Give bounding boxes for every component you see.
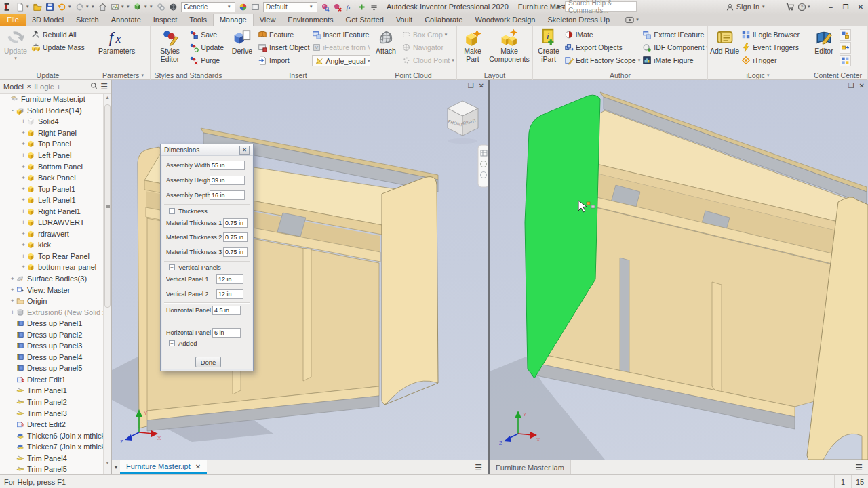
assembly-height-input[interactable] [210, 176, 245, 185]
scrollbar-thumb[interactable] [104, 104, 111, 308]
combo-caret-icon[interactable]: ▾ [228, 4, 233, 9]
help-icon[interactable]: ? [796, 1, 808, 12]
ribbon-tab-manage[interactable]: Manage [213, 14, 254, 26]
vertical-panel-1-input[interactable] [216, 274, 243, 284]
tree-item[interactable]: +Back Panel [0, 172, 103, 184]
qat-caret-icon[interactable]: ▾ [121, 4, 126, 9]
material-thickness-2-input[interactable] [223, 232, 248, 242]
qat-fx-small-icon[interactable]: fx [344, 1, 355, 12]
expander-icon[interactable]: + [9, 298, 16, 304]
ribbon-button-editor[interactable]: Editor [810, 27, 837, 55]
cc-library-button[interactable] [840, 55, 851, 66]
tree-item[interactable]: Dress up Panel2 [0, 329, 103, 340]
ribbon-tab-tools[interactable]: Tools [183, 14, 213, 26]
tree-item[interactable]: Trim Panel3 [0, 407, 103, 419]
ribbon-button-add-rule[interactable]: Add Rule [710, 27, 739, 55]
tab-list-caret-icon[interactable]: ▾ [112, 464, 120, 470]
tree-item[interactable]: +Right Panel1 [0, 205, 103, 217]
expander-icon[interactable]: + [9, 287, 16, 293]
dialog-title-bar[interactable]: Dimensions ✕ [161, 144, 253, 156]
ribbon-item-insert-object[interactable]: Insert Object [258, 42, 310, 52]
ribbon-item-import[interactable]: Import [258, 55, 310, 65]
tab-bar-menu-icon[interactable]: ☰ [855, 464, 863, 471]
ribbon-item-ifeature-from-vault[interactable]: ViFeature from Vault [312, 42, 370, 52]
ribbon-item-imate[interactable]: iMate [564, 29, 640, 39]
ribbon-item-angle-equal[interactable]: Angle_equal▾ [312, 55, 370, 66]
ribbon-item-edit-factory-scope[interactable]: Edit Factory Scope▾ [564, 55, 640, 65]
doc-tab-ipt[interactable]: Furniture Master.ipt ✕ [120, 460, 207, 474]
qat-open-file-icon[interactable] [32, 1, 43, 12]
tree-item[interactable]: +Top Panel [0, 138, 103, 150]
tab-close-icon[interactable]: ✕ [195, 463, 201, 470]
ribbon-tab-file[interactable]: File [0, 14, 26, 26]
ribbon-tab-view[interactable]: View [254, 14, 282, 26]
qat-caret-icon[interactable]: ▾ [26, 4, 31, 9]
minimize-button[interactable]: – [823, 1, 838, 13]
expander-icon[interactable]: + [20, 219, 27, 226]
expander-icon[interactable]: + [20, 208, 27, 215]
tree-item[interactable]: +Left Panel [0, 150, 103, 161]
right-viewport[interactable]: Y X Z ❐ ✕ [490, 80, 868, 460]
qat-caret-icon[interactable]: ▾ [127, 4, 132, 9]
tree-item[interactable]: +Left Panel1 [0, 195, 103, 206]
ribbon-item-rebuild-all[interactable]: Rebuild All [31, 29, 85, 39]
assembly-depth-input[interactable] [210, 190, 245, 200]
qat-combo[interactable]: Generic▾ [181, 2, 235, 12]
tree-item[interactable]: -Solid Bodies(14) [0, 105, 103, 117]
ribbon-tab-skeleton-dress-up[interactable]: Skeleton Dress Up [541, 14, 616, 26]
viewport-close-icon[interactable]: ✕ [479, 82, 484, 89]
ribbon-tab-woodwork-design[interactable]: Woodwork Design [469, 14, 541, 26]
qat-combo[interactable]: Default▾ [263, 2, 317, 12]
qat-caret-icon[interactable]: ▾ [86, 4, 91, 9]
panel-collapse-icon[interactable]: ▶ [557, 3, 561, 9]
ribbon-tab-annotate[interactable]: Annotate [105, 14, 147, 26]
ribbon-item-imate-figure[interactable]: iMate Figure [642, 55, 707, 65]
tree-item[interactable]: Trim Panel5 [0, 464, 103, 474]
tree-item[interactable]: +LDRAWVERT [0, 217, 103, 228]
qat-material-sphere-icon[interactable] [167, 1, 179, 12]
ribbon-item-export-objects[interactable]: Export Objects [564, 42, 640, 52]
material-thickness-1-input[interactable] [223, 218, 248, 228]
browser-tab-ilogic[interactable]: iLogic [35, 83, 54, 91]
close-button[interactable]: ✕ [853, 1, 868, 13]
expander-icon[interactable]: + [9, 275, 16, 282]
ribbon-item-cloud-point[interactable]: Cloud Point▾ [401, 55, 454, 65]
qat-ball-zoom-icon[interactable] [319, 1, 331, 12]
help-caret-icon[interactable]: ▾ [808, 4, 812, 9]
qat-appearance-box-icon[interactable] [250, 1, 261, 12]
ribbon-button-make-part[interactable]: Make Part [459, 27, 486, 63]
cart-icon[interactable] [785, 1, 796, 12]
qat-caret-icon[interactable]: ▾ [68, 4, 73, 9]
sign-in-caret-icon[interactable]: ▾ [762, 4, 767, 9]
ribbon-button-derive[interactable]: Derive [229, 27, 256, 55]
ribbon-button-create-ipart[interactable]: iCreate iPart [535, 27, 562, 63]
qat-home-view-icon[interactable] [97, 1, 108, 12]
scroll-down-icon[interactable]: ▼ [104, 460, 111, 465]
browser-menu-icon[interactable]: ☰ [100, 84, 108, 89]
expander-icon[interactable]: + [20, 174, 27, 181]
expander-icon[interactable]: + [20, 163, 27, 170]
browser-scrollbar[interactable]: ▲ ▼ [103, 94, 111, 474]
expander-icon[interactable]: + [20, 264, 27, 270]
ribbon-item-purge[interactable]: Purge [189, 55, 224, 65]
qat-inventor-app-icon[interactable] [2, 1, 14, 12]
tree-item[interactable]: Dress up Panel3 [0, 340, 103, 352]
tree-item[interactable]: +Top Rear Panel [0, 251, 103, 262]
ribbon-button-make-components[interactable]: Make Components [488, 27, 530, 63]
view-cube[interactable]: FRONT RIGHT [448, 101, 478, 144]
cc-publish-button[interactable] [840, 42, 851, 54]
qat-copy-props-icon[interactable] [155, 1, 167, 12]
horizontal-panel-2-input[interactable] [212, 328, 241, 338]
combo-caret-icon[interactable]: ▾ [310, 4, 315, 9]
expander-icon[interactable]: + [9, 309, 16, 316]
tab-bar-menu-icon[interactable]: ☰ [475, 464, 482, 471]
ribbon-button-attach[interactable]: Attach [372, 27, 399, 55]
tree-item[interactable]: +Surface Bodies(3) [0, 273, 103, 285]
ribbon-item-idf-component[interactable]: IDF Component▾ [642, 42, 707, 52]
ribbon-item-box-crop[interactable]: Box Crop▾ [401, 29, 454, 39]
navigation-bar[interactable] [478, 145, 488, 187]
expander-icon[interactable]: + [20, 241, 27, 248]
tree-item[interactable]: Direct Edit1 [0, 374, 103, 386]
sign-in-button[interactable]: Sign In ▾ [726, 3, 767, 11]
ribbon-item-itrigger[interactable]: iTrigger [741, 55, 800, 65]
